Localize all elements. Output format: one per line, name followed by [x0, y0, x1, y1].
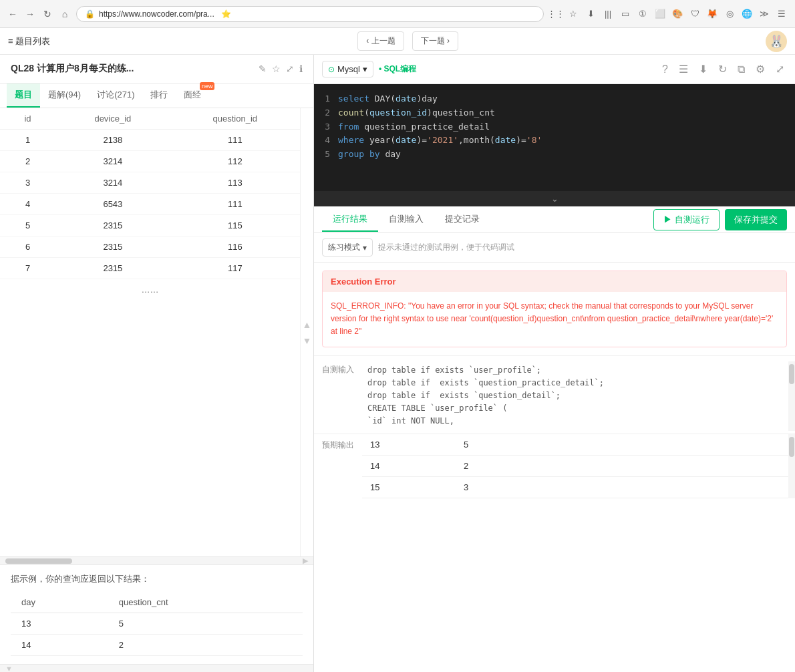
user-icon[interactable]: ① [636, 7, 649, 21]
prev-label: ‹ 上一题 [366, 35, 395, 47]
scroll-up-icon[interactable]: ▲ [303, 319, 312, 330]
expected-row: 135 [362, 434, 795, 456]
tab-interview[interactable]: 面经 new [176, 83, 209, 108]
line-num-2: 2 [319, 106, 330, 120]
scroll-down-icon[interactable]: ▼ [303, 335, 312, 346]
copy-icon[interactable]: ⧉ [735, 61, 748, 78]
run-buttons: ▶ 自测运行 保存并提交 [653, 209, 787, 230]
result-tab-submissions[interactable]: 提交记录 [434, 208, 490, 232]
self-test-run-button[interactable]: ▶ 自测运行 [653, 209, 720, 230]
download-icon[interactable]: ⬇ [584, 7, 597, 21]
help-icon[interactable]: ? [659, 61, 671, 78]
bookmark-icon[interactable]: ☆ [567, 7, 580, 21]
code-line-5: 5 group by day [319, 148, 790, 162]
result-tabs: 运行结果 自测输入 提交记录 ▶ 自测运行 保存并提交 [314, 206, 795, 233]
save-submit-button[interactable]: 保存并提交 [725, 209, 787, 230]
mysql-icon: ⊙ [328, 65, 335, 74]
h-scrollbar-thumb[interactable] [5, 558, 72, 564]
tab-discussion[interactable]: 讨论(271) [89, 83, 142, 108]
edit-icon[interactable]: ✎ [259, 63, 267, 74]
back-button[interactable]: ← [7, 8, 19, 20]
toolbar-right: ? ☰ ⬇ ↻ ⧉ ⚙ ⤢ [659, 60, 787, 78]
error-body: SQL_ERROR_INFO: "You have an error in yo… [323, 292, 786, 347]
data-table-area: id device_id question_id 121381112321411… [0, 108, 300, 556]
refresh-button[interactable]: ↻ [41, 8, 53, 20]
more-icon[interactable]: ≫ [758, 7, 771, 21]
left-panel: QL28 计算用户8月每天的练... ✎ ☆ ⤢ ℹ 题目 题解(94) 讨论(… [0, 55, 314, 672]
question-title: QL28 计算用户8月每天的练... [11, 63, 253, 75]
result-table: day question_cnt 135142 [11, 592, 303, 656]
table-row: 46543111 [0, 194, 300, 215]
result-hint: 据示例，你的查询应返回以下结果： [11, 573, 303, 585]
refresh-editor-icon[interactable]: ↻ [716, 60, 730, 78]
code-content-5: group by day [338, 148, 401, 162]
tab-ranking[interactable]: 排行 [142, 83, 176, 108]
sql-badge: • SQL编程 [379, 63, 416, 75]
expected-output-section: 预期输出 135142153 [314, 434, 795, 498]
ellipsis-row: …… [0, 279, 300, 300]
list-icon[interactable]: ☰ [676, 60, 691, 78]
mode-selector-button[interactable]: 练习模式 ▾ [322, 238, 373, 257]
scroll-bottom-arrow[interactable]: ▼ [5, 665, 13, 673]
question-header: QL28 计算用户8月每天的练... ✎ ☆ ⤢ ℹ [0, 55, 313, 83]
globe-icon[interactable]: 🌐 [740, 7, 754, 21]
history-icon[interactable]: ||| [601, 7, 615, 21]
edge-icon[interactable]: ◎ [723, 7, 736, 21]
code-line-4: 4 where year(date)='2021',month(date)='8… [319, 134, 790, 148]
code-line-1: 1 select DAY(date)day [319, 92, 790, 106]
code-line-2: 2 count(question_id)question_cnt [319, 106, 790, 120]
menu-icon[interactable]: ☰ [775, 7, 788, 21]
save-submit-label: 保存并提交 [734, 214, 778, 224]
next-question-button[interactable]: 下一题 › [412, 31, 458, 51]
code-content-4: where year(date)='2021',month(date)='8' [338, 134, 542, 148]
res-col-cnt: question_cnt [108, 592, 303, 613]
expected-scrollbar[interactable] [789, 437, 794, 457]
browser-icons: ⋮⋮ ☆ ⬇ ||| ▭ ① ⬜ 🎨 🛡 🦊 ◎ 🌐 ≫ ☰ [549, 7, 788, 21]
result-tab-self-test[interactable]: 自测输入 [378, 208, 434, 232]
expand-icon[interactable]: ⤢ [773, 60, 787, 78]
question-list-button[interactable]: ≡ 题目列表 [8, 35, 50, 47]
result-tab-run[interactable]: 运行结果 [322, 208, 378, 232]
settings-icon[interactable]: ⚙ [753, 60, 768, 78]
share-icon[interactable]: ⤢ [286, 63, 294, 74]
expected-output-content: 135142153 [362, 434, 795, 498]
star-icon[interactable]: ☆ [272, 63, 281, 74]
mode-bar: 练习模式 ▾ 提示未通过的测试用例，便于代码调试 [314, 233, 795, 263]
color-icon[interactable]: 🎨 [671, 7, 684, 21]
self-test-run-label: ▶ 自测运行 [663, 214, 709, 226]
line-num-4: 4 [319, 134, 330, 148]
right-panel: ⊙ Mysql ▾ • SQL编程 ? ☰ ⬇ ↻ ⧉ ⚙ ⤢ 1 select… [314, 55, 795, 672]
col-device-id: device_id [55, 108, 170, 130]
info-icon[interactable]: ℹ [299, 63, 303, 74]
fox-icon[interactable]: 🦊 [705, 7, 719, 21]
question-list-label: ≡ 题目列表 [8, 35, 50, 47]
tab-solutions[interactable]: 题解(94) [40, 83, 89, 108]
mode-label: 练习模式 [328, 242, 360, 253]
res-col-day: day [11, 592, 108, 613]
url-text: https://www.nowcoder.com/pra... [99, 9, 214, 19]
download-toolbar-icon[interactable]: ⬇ [696, 60, 710, 78]
url-bar[interactable]: 🔒 https://www.nowcoder.com/pra... ⭐ [76, 6, 544, 22]
avatar-button[interactable]: 🐰 [766, 31, 787, 52]
table-row: 52315115 [0, 215, 300, 236]
layout-icon[interactable]: ▭ [619, 7, 632, 21]
home-button[interactable]: ⌂ [59, 8, 71, 20]
expected-output-label: 预期输出 [314, 434, 362, 498]
error-header: Execution Error [323, 271, 786, 292]
expand-editor-button[interactable]: ⌄ [314, 191, 795, 206]
expected-row: 153 [362, 477, 795, 498]
table-row: 33214113 [0, 172, 300, 194]
self-input-content: drop table if exists `user_profile`; dro… [367, 364, 790, 428]
prev-question-button[interactable]: ‹ 上一题 [357, 31, 404, 51]
extensions-icon[interactable]: ⋮⋮ [549, 7, 563, 21]
tab-question[interactable]: 题目 [7, 83, 40, 108]
puzzle-icon[interactable]: ⬜ [653, 7, 667, 21]
code-editor[interactable]: 1 select DAY(date)day 2 count(question_i… [314, 84, 795, 191]
dropdown-icon: ▾ [363, 64, 367, 74]
forward-button[interactable]: → [24, 8, 36, 20]
self-input-scrollbar[interactable] [789, 364, 794, 384]
mysql-selector[interactable]: ⊙ Mysql ▾ [322, 61, 373, 77]
expected-row: 142 [362, 456, 795, 477]
shield-icon[interactable]: 🛡 [688, 7, 701, 21]
data-table: id device_id question_id 121381112321411… [0, 108, 300, 279]
